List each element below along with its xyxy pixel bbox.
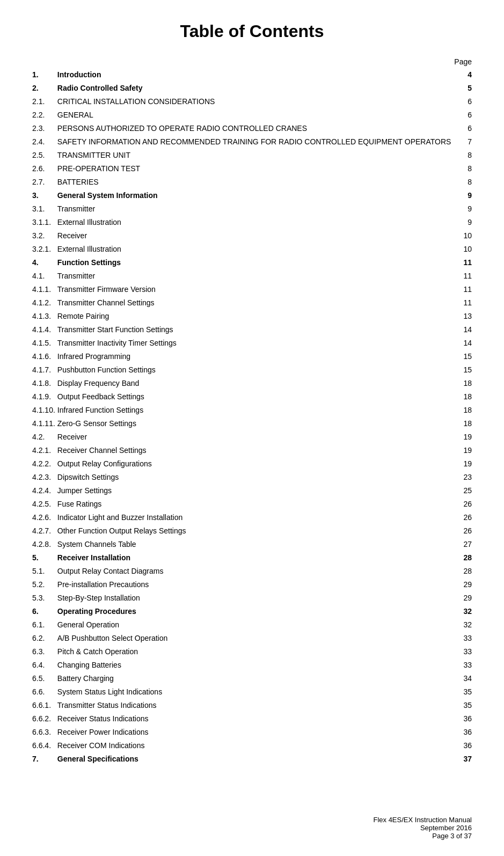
page-title: Table of Contents [32, 21, 472, 41]
toc-page: 26 [458, 524, 472, 538]
toc-row: 2.Radio Controlled Safety5 [32, 82, 472, 95]
toc-label: Transmitter Start Function Settings [57, 323, 458, 336]
toc-page: 11 [458, 269, 472, 283]
toc-page: 8 [458, 175, 472, 189]
toc-row: 5.Receiver Installation28 [32, 551, 472, 565]
toc-row: 6.6.2.Receiver Status Indications36 [32, 712, 472, 726]
toc-label: Radio Controlled Safety [57, 82, 458, 95]
toc-page: 23 [458, 471, 472, 484]
toc-label: Transmitter Status Indications [57, 699, 458, 712]
toc-row: 4.1.5.Transmitter Inactivity Timer Setti… [32, 336, 472, 350]
toc-label: Jumper Settings [57, 484, 458, 497]
toc-page: 33 [458, 632, 472, 645]
toc-page: 18 [458, 377, 472, 390]
toc-page: 19 [458, 457, 472, 471]
toc-row: 6.1.General Operation32 [32, 618, 472, 632]
toc-row: 4.2.1.Receiver Channel Settings19 [32, 444, 472, 457]
toc-page: 5 [458, 82, 472, 95]
toc-row: 4.2.7.Other Function Output Relays Setti… [32, 524, 472, 538]
toc-label: System Status Light Indications [57, 685, 458, 699]
toc-page: 9 [458, 216, 472, 229]
toc-number: 4.2.7. [32, 524, 57, 538]
toc-number: 6.6. [32, 685, 57, 699]
toc-number: 6.6.2. [32, 712, 57, 726]
toc-page: 11 [458, 296, 472, 310]
toc-row: 6.Operating Procedures32 [32, 605, 472, 618]
toc-page: 35 [458, 699, 472, 712]
toc-label: Pitch & Catch Operation [57, 645, 458, 659]
toc-number: 4.2.3. [32, 471, 57, 484]
toc-page: 29 [458, 591, 472, 605]
toc-row: 6.6.4.Receiver COM Indications36 [32, 739, 472, 752]
toc-label: Output Relay Configurations [57, 457, 458, 471]
toc-label: Operating Procedures [57, 605, 458, 618]
toc-row: 4.2.Receiver19 [32, 430, 472, 444]
toc-row: 5.3.Step-By-Step Installation29 [32, 591, 472, 605]
toc-number: 3.2. [32, 229, 57, 243]
toc-number: 4.2.4. [32, 484, 57, 497]
toc-page: 29 [458, 578, 472, 591]
toc-page: 10 [458, 243, 472, 256]
toc-label: External Illustration [57, 243, 458, 256]
toc-page: 15 [458, 363, 472, 377]
toc-page: 13 [458, 310, 472, 323]
toc-row: 6.5.Battery Charging34 [32, 672, 472, 685]
toc-label: Transmitter Inactivity Timer Settings [57, 336, 458, 350]
toc-row: 4.2.6.Indicator Light and Buzzer Install… [32, 511, 472, 524]
toc-number: 2.5. [32, 149, 57, 162]
footer-line3: Page 3 of 37 [373, 832, 472, 840]
toc-label: Infrared Programming [57, 350, 458, 363]
toc-row: 4.1.8.Display Frequency Band18 [32, 377, 472, 390]
toc-label: GENERAL [57, 108, 458, 122]
toc-number: 4.2.2. [32, 457, 57, 471]
toc-number: 2.3. [32, 122, 57, 135]
toc-number: 4.1.1. [32, 283, 57, 296]
toc-number: 5.2. [32, 578, 57, 591]
toc-page: 25 [458, 484, 472, 497]
toc-number: 4.1.6. [32, 350, 57, 363]
toc-row: 1.Introduction4 [32, 68, 472, 82]
toc-row: 4.2.4.Jumper Settings25 [32, 484, 472, 497]
toc-page: 27 [458, 538, 472, 551]
toc-row: 4.2.3.Dipswitch Settings23 [32, 471, 472, 484]
toc-label: Transmitter Channel Settings [57, 296, 458, 310]
footer: Flex 4ES/EX Instruction Manual September… [373, 816, 472, 840]
toc-label: Introduction [57, 68, 458, 82]
toc-label: Step-By-Step Installation [57, 591, 458, 605]
toc-number: 5.3. [32, 591, 57, 605]
toc-page: 28 [458, 565, 472, 578]
toc-number: 4.2.1. [32, 444, 57, 457]
toc-row: 4.1.6.Infrared Programming15 [32, 350, 472, 363]
toc-row: 4.Function Settings11 [32, 256, 472, 269]
toc-table: 1.Introduction42.Radio Controlled Safety… [32, 68, 472, 766]
toc-page: 9 [458, 189, 472, 202]
toc-number: 4.1.8. [32, 377, 57, 390]
toc-row: 2.2.GENERAL6 [32, 108, 472, 122]
toc-label: TRANSMITTER UNIT [57, 149, 458, 162]
toc-page: 36 [458, 712, 472, 726]
toc-number: 2. [32, 82, 57, 95]
toc-row: 5.1.Output Relay Contact Diagrams28 [32, 565, 472, 578]
toc-page: 6 [458, 95, 472, 108]
toc-label: General Specifications [57, 752, 458, 766]
toc-label: Infrared Function Settings [57, 404, 458, 417]
toc-page: 36 [458, 739, 472, 752]
toc-row: 2.5.TRANSMITTER UNIT8 [32, 149, 472, 162]
toc-label: Receiver Status Indications [57, 712, 458, 726]
toc-row: 2.7.BATTERIES8 [32, 175, 472, 189]
toc-row: 6.6.System Status Light Indications35 [32, 685, 472, 699]
toc-label: Changing Batteries [57, 659, 458, 672]
toc-label: Output Feedback Settings [57, 390, 458, 404]
toc-label: Receiver [57, 229, 458, 243]
toc-number: 6.1. [32, 618, 57, 632]
toc-row: 3.2.1.External Illustration10 [32, 243, 472, 256]
toc-number: 2.4. [32, 135, 57, 149]
toc-label: Other Function Output Relays Settings [57, 524, 458, 538]
toc-label: Battery Charging [57, 672, 458, 685]
toc-number: 6.6.4. [32, 739, 57, 752]
toc-label: PERSONS AUTHORIZED TO OPERATE RADIO CONT… [57, 122, 458, 135]
toc-page: 19 [458, 444, 472, 457]
toc-number: 3.1.1. [32, 216, 57, 229]
toc-label: Pre-installation Precautions [57, 578, 458, 591]
toc-label: Transmitter [57, 269, 458, 283]
